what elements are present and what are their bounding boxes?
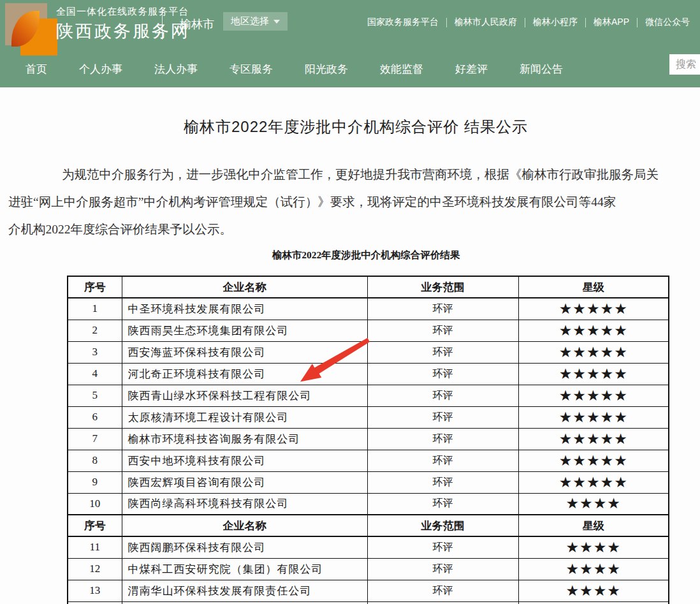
table-row: 13渭南华山环保科技发展有限责任公司环评★★★★	[68, 580, 669, 601]
brand-text: 全国一体化在线政务服务平台 陕西政务服务网	[56, 6, 190, 43]
cell-company-name: 西安中地环境科技有限公司	[122, 450, 367, 471]
table-header-row: 序号企业名称业务范围星级	[68, 276, 669, 298]
column-header: 企业名称	[122, 276, 367, 298]
column-header: 星级	[518, 515, 669, 536]
cell-company-name: 太原核清环境工程设计有限公司	[122, 406, 367, 428]
cell-index: 1	[68, 298, 122, 320]
cell-business-scope: 环评	[367, 471, 518, 493]
site-name: 陕西政务服务网	[56, 20, 190, 43]
table-row: 12中煤科工西安研究院（集团）有限公司环评★★★★	[68, 558, 669, 580]
table-row-partial	[68, 601, 669, 604]
nav-item-首页[interactable]: 首页	[26, 62, 47, 77]
cell-business-scope: 环评	[367, 450, 518, 471]
cell-star-rating: ★★★★★	[518, 450, 669, 471]
cell-index: 13	[68, 580, 122, 601]
cell-company-name: 陕西宏辉项目咨询有限公司	[122, 471, 367, 493]
table-row: 10陕西尚绿高科环境科技有限公司环评★★★★	[68, 493, 669, 515]
cell-star-rating: ★★★★★	[518, 320, 669, 341]
cell-star-rating: ★★★★★	[518, 298, 669, 320]
cell-business-scope: 环评	[367, 385, 518, 406]
table-row: 1中圣环境科技发展有限公司环评★★★★★	[68, 298, 669, 320]
table-row: 8西安中地环境科技有限公司环评★★★★★	[68, 450, 669, 471]
cell-index: 6	[68, 406, 122, 428]
cell-star-rating: ★★★★★	[518, 428, 669, 450]
cell-business-scope: 环评	[367, 298, 518, 320]
platform-tagline: 全国一体化在线政务服务平台	[56, 6, 190, 18]
page: 全国一体化在线政务服务平台 陕西政务服务网 榆林市 地区选择 国家政务服务平台榆…	[0, 0, 700, 604]
column-header: 星级	[518, 276, 669, 298]
page-title: 榆林市2022年度涉批中介机构综合评价 结果公示	[0, 117, 700, 137]
header-links: 国家政务服务平台榆林市人民政府榆林小程序榆林APP微信公众号注册	[367, 15, 700, 29]
cell-company-name: 陕西阔鹏环保科技有限公司	[122, 536, 367, 558]
cell-star-rating: ★★★★★	[518, 341, 669, 363]
header-link[interactable]: 国家政务服务平台	[367, 15, 439, 29]
nav-item-新闻公告[interactable]: 新闻公告	[520, 62, 563, 77]
nav-item-效能监督[interactable]: 效能监督	[380, 62, 423, 77]
current-city-label: 榆林市	[180, 17, 214, 32]
header-link[interactable]: 微信公众号	[645, 15, 690, 29]
table-row: 7榆林市环境科技咨询服务有限公司环评★★★★★	[68, 428, 669, 450]
column-header: 业务范围	[367, 515, 518, 536]
table-row: 4河北奇正环境科技有限公司环评★★★★★	[68, 363, 669, 385]
cell-company-name: 河北奇正环境科技有限公司	[122, 363, 367, 385]
chevron-down-icon	[273, 20, 280, 24]
cell-star-rating: ★★★★★	[518, 406, 669, 428]
paragraph-line: 介机构2022年度综合评价结果予以公示。	[8, 216, 700, 243]
link-separator	[525, 18, 525, 27]
evaluation-results-table: 序号企业名称业务范围星级1中圣环境科技发展有限公司环评★★★★★2陕西雨昊生态环…	[67, 276, 669, 604]
site-logo-icon[interactable]	[5, 3, 59, 54]
nav-item-好差评[interactable]: 好差评	[455, 62, 488, 77]
cell-index: 4	[68, 363, 122, 385]
cell-empty	[68, 601, 122, 604]
link-separator	[446, 18, 447, 27]
cell-index: 8	[68, 450, 122, 471]
cell-company-name: 西安海蓝环保科技有限公司	[122, 341, 367, 363]
cell-index: 9	[68, 471, 122, 493]
paragraph-line: 为规范中介服务行为，进一步强化中介监管工作，更好地提升我市营商环境，根据《榆林市…	[8, 161, 700, 188]
cell-star-rating: ★★★★	[518, 536, 669, 558]
cell-star-rating: ★★★★★	[518, 385, 669, 406]
announcement-document: 榆林市2022年度涉批中介机构综合评价 结果公示 为规范中介服务行为，进一步强化…	[0, 87, 700, 604]
announcement-paragraph: 为规范中介服务行为，进一步强化中介监管工作，更好地提升我市营商环境，根据《榆林市…	[8, 161, 700, 243]
table-caption: 榆林市2022年度涉批中介机构综合评价结果	[0, 249, 700, 262]
nav-item-个人办事[interactable]: 个人办事	[79, 62, 122, 77]
table-row: 11陕西阔鹏环保科技有限公司环评★★★★	[68, 536, 669, 558]
cell-company-name: 中煤科工西安研究院（集团）有限公司	[122, 558, 367, 580]
cell-star-rating: ★★★★★	[518, 471, 669, 493]
cell-star-rating: ★★★★	[518, 558, 669, 580]
cell-index: 11	[68, 536, 122, 558]
header-link[interactable]: 榆林小程序	[533, 15, 578, 29]
nav-item-专区服务[interactable]: 专区服务	[230, 62, 273, 77]
cell-business-scope: 环评	[367, 536, 518, 558]
cell-index: 5	[68, 385, 122, 406]
cell-index: 3	[68, 341, 122, 363]
cell-business-scope: 环评	[367, 363, 518, 385]
cell-star-rating: ★★★★★	[518, 363, 669, 385]
cell-empty	[518, 601, 669, 604]
cell-company-name: 陕西青山绿水环保科技工程有限公司	[122, 385, 367, 406]
cell-star-rating: ★★★★	[518, 580, 669, 601]
cell-index: 10	[68, 493, 122, 515]
region-select-label: 地区选择	[231, 15, 269, 27]
brand-divider	[162, 11, 163, 40]
paragraph-line: 进驻“网上中介服务超市”中介机构考评管理规定（试行）》要求，现将评定的中圣环境科…	[8, 188, 700, 216]
header-link[interactable]: 榆林市人民政府	[455, 15, 517, 29]
region-select-button[interactable]: 地区选择	[223, 12, 288, 31]
table-row: 9陕西宏辉项目咨询有限公司环评★★★★★	[68, 471, 669, 493]
cell-index: 12	[68, 558, 122, 580]
cell-empty	[122, 601, 367, 604]
table-header-row: 序号企业名称业务范围星级	[68, 515, 669, 536]
search-placeholder: 搜索	[676, 58, 696, 71]
cell-business-scope: 环评	[367, 493, 518, 515]
header-link[interactable]: 榆林APP	[594, 15, 629, 29]
nav-item-阳光政务[interactable]: 阳光政务	[305, 62, 348, 77]
cell-business-scope: 环评	[367, 406, 518, 428]
search-input[interactable]: 搜索	[669, 54, 700, 75]
link-separator	[585, 18, 586, 27]
nav-item-法人办事[interactable]: 法人办事	[154, 62, 198, 77]
cell-business-scope: 环评	[367, 341, 518, 363]
link-separator	[637, 18, 638, 27]
cell-business-scope: 环评	[367, 580, 518, 601]
cell-company-name: 陕西雨昊生态环境集团有限公司	[122, 320, 367, 341]
table-row: 3西安海蓝环保科技有限公司环评★★★★★	[68, 341, 669, 363]
